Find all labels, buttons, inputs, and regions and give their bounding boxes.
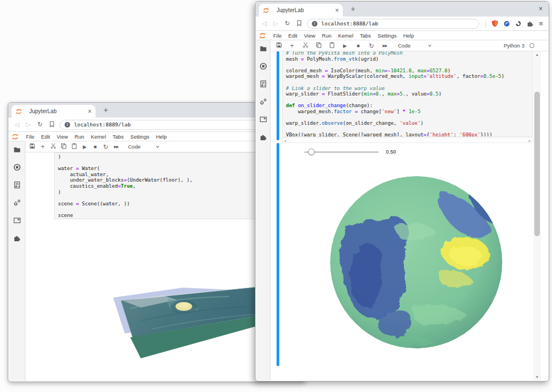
scrollbar-thumb[interactable] bbox=[534, 92, 540, 236]
property-inspector-icon[interactable] bbox=[259, 80, 267, 88]
extension-blue-icon[interactable] bbox=[503, 20, 510, 27]
restart-kernel-button[interactable]: ↻ bbox=[100, 141, 111, 152]
cell-horizontal-scrollbar[interactable]: ◂ ▸ bbox=[282, 137, 533, 143]
save-button[interactable] bbox=[272, 40, 285, 51]
restart-run-all-button[interactable]: ▶▶ bbox=[111, 141, 121, 152]
jupyter-logo bbox=[259, 32, 266, 39]
menu-item-run[interactable]: Run bbox=[71, 134, 87, 140]
gears-icon[interactable] bbox=[259, 98, 267, 105]
add-cell-button[interactable]: + bbox=[38, 141, 48, 152]
site-info-icon[interactable]: ! bbox=[312, 21, 317, 27]
chevron-down-icon[interactable] bbox=[427, 43, 433, 49]
save-button[interactable] bbox=[27, 141, 38, 152]
extensions-icon[interactable] bbox=[259, 133, 267, 141]
jupyterlab-menubar: File Edit View Run Kernel Tabs Settings … bbox=[256, 31, 549, 40]
notebook-scroll-area[interactable]: # Turn the PyVista mesh into a PolyMeshm… bbox=[270, 51, 548, 380]
menu-item-file[interactable]: File bbox=[270, 33, 285, 39]
reload-icon[interactable]: ↻ bbox=[282, 20, 293, 27]
site-info-icon[interactable]: ! bbox=[65, 122, 70, 128]
new-tab-button[interactable]: + bbox=[101, 105, 110, 115]
cell-type-select[interactable]: Code bbox=[398, 43, 411, 49]
menu-item-settings[interactable]: Settings bbox=[374, 33, 400, 39]
stop-kernel-button[interactable]: ■ bbox=[352, 40, 365, 51]
reload-icon[interactable]: ↻ bbox=[34, 121, 46, 128]
gears-icon[interactable] bbox=[13, 199, 21, 206]
copy-cell-button[interactable] bbox=[59, 141, 69, 152]
menu-item-tabs[interactable]: Tabs bbox=[357, 33, 374, 39]
forward-icon[interactable]: ▷ bbox=[270, 20, 282, 27]
extensions-puzzle-icon[interactable] bbox=[527, 20, 534, 27]
kernel-status-icon[interactable] bbox=[529, 43, 534, 48]
warp-slider-track[interactable] bbox=[304, 151, 379, 153]
back-icon[interactable]: ◁ bbox=[11, 121, 23, 128]
chevron-down-icon[interactable] bbox=[155, 144, 161, 150]
scroll-right-icon[interactable]: ▸ bbox=[529, 139, 530, 142]
back-icon[interactable]: ◁ bbox=[258, 20, 270, 27]
new-tab-button[interactable]: + bbox=[348, 4, 358, 14]
tab-close-icon[interactable]: × bbox=[88, 108, 92, 115]
add-cell-button[interactable]: + bbox=[285, 40, 299, 51]
menu-item-kernel[interactable]: Kernel bbox=[88, 134, 109, 140]
shield-icon[interactable] bbox=[491, 20, 498, 27]
file-browser-icon[interactable] bbox=[13, 146, 21, 153]
forward-icon[interactable]: ▷ bbox=[23, 121, 34, 128]
run-cell-button[interactable]: ▶ bbox=[79, 141, 90, 152]
paste-cell-button[interactable] bbox=[325, 40, 338, 51]
scroll-up-icon[interactable]: ▲ bbox=[533, 53, 541, 56]
menu-item-edit[interactable]: Edit bbox=[285, 33, 300, 39]
extension-dark-icon[interactable] bbox=[515, 20, 522, 27]
code-cell[interactable]: # Turn the PyVista mesh into a PolyMeshm… bbox=[282, 51, 533, 137]
url-bar[interactable]: ! localhost:8888/lab bbox=[307, 19, 479, 29]
browser-tab[interactable]: JupyterLab × bbox=[259, 4, 343, 17]
globe-scene-canvas[interactable] bbox=[328, 175, 505, 351]
cell-type-select[interactable]: Code bbox=[128, 144, 141, 150]
tabs-panel-icon[interactable] bbox=[13, 216, 21, 224]
tabs-panel-icon[interactable] bbox=[259, 115, 267, 123]
menu-item-view[interactable]: View bbox=[301, 33, 319, 39]
browser-tab[interactable]: JupyterLab × bbox=[12, 105, 95, 118]
cell-output-collapser[interactable] bbox=[277, 143, 279, 366]
menu-item-edit[interactable]: Edit bbox=[38, 134, 53, 140]
tab-title: JupyterLab bbox=[277, 7, 335, 13]
running-sessions-icon[interactable] bbox=[13, 163, 21, 171]
warp-slider-handle[interactable] bbox=[308, 149, 315, 155]
window-close-button[interactable]: × bbox=[539, 5, 543, 13]
tab-title: JupyterLab bbox=[29, 108, 88, 114]
running-sessions-icon[interactable] bbox=[259, 62, 267, 70]
menu-item-settings[interactable]: Settings bbox=[127, 134, 152, 140]
url-text: localhost:8889/lab bbox=[74, 121, 131, 128]
run-cell-button[interactable]: ▶ bbox=[338, 40, 352, 51]
bookmark-icon[interactable] bbox=[293, 20, 305, 27]
extensions-icon[interactable] bbox=[13, 234, 21, 242]
scroll-left-icon[interactable]: ◂ bbox=[284, 139, 286, 142]
stop-kernel-button[interactable]: ■ bbox=[90, 141, 100, 152]
menu-item-help[interactable]: Help bbox=[400, 33, 417, 39]
notebook-toolbar: + ▶ ■ ↻ ▶▶ Code Python 3 bbox=[270, 40, 548, 51]
restart-run-all-button[interactable]: ▶▶ bbox=[378, 40, 391, 51]
paste-cell-button[interactable] bbox=[69, 141, 79, 152]
menu-item-file[interactable]: File bbox=[23, 134, 38, 140]
activity-bar bbox=[256, 40, 270, 380]
kernel-name[interactable]: Python 3 bbox=[504, 43, 525, 49]
menu-item-help[interactable]: Help bbox=[152, 134, 170, 140]
restart-kernel-button[interactable]: ↻ bbox=[365, 40, 378, 51]
menu-item-kernel[interactable]: Kernel bbox=[335, 33, 357, 39]
cut-cell-button[interactable] bbox=[299, 40, 312, 51]
tab-close-icon[interactable]: × bbox=[335, 7, 339, 14]
browser-menu-icon[interactable]: ≡ bbox=[539, 19, 543, 28]
file-browser-icon[interactable] bbox=[259, 45, 267, 52]
notebook-vertical-scrollbar[interactable]: ▲ ▼ bbox=[533, 51, 541, 380]
menu-item-view[interactable]: View bbox=[54, 134, 71, 140]
menu-item-run[interactable]: Run bbox=[319, 33, 335, 39]
code-cell[interactable]: ) water = Water( actual_water, under_wat… bbox=[54, 152, 286, 219]
menu-item-tabs[interactable]: Tabs bbox=[109, 134, 127, 140]
bookmark-icon[interactable] bbox=[46, 121, 57, 128]
copy-cell-button[interactable] bbox=[312, 40, 325, 51]
cell-input-collapser[interactable] bbox=[277, 51, 279, 140]
property-inspector-icon[interactable] bbox=[13, 181, 21, 189]
scroll-down-icon[interactable]: ▼ bbox=[533, 375, 541, 379]
jupyter-logo bbox=[12, 133, 19, 140]
cut-cell-button[interactable] bbox=[48, 141, 59, 152]
browser-extensions-area: | ≡ bbox=[485, 19, 543, 28]
water-scene-canvas[interactable] bbox=[58, 266, 260, 365]
